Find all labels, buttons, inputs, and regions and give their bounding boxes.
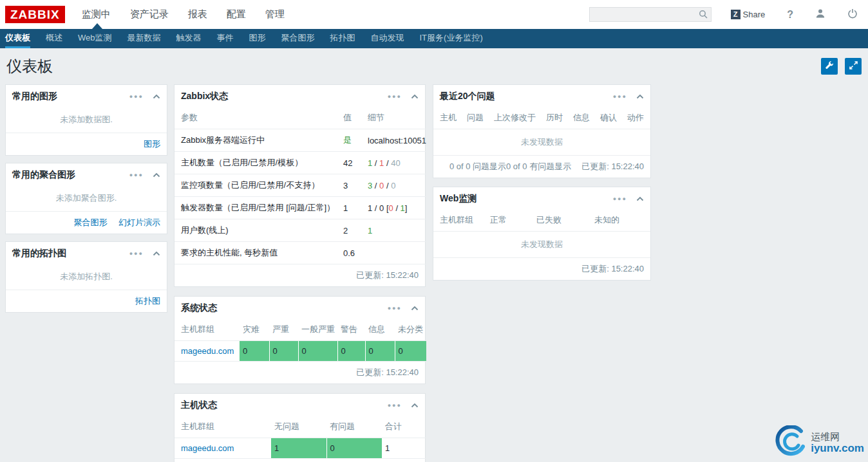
search-box xyxy=(589,7,712,22)
table-row: 触发器数量（已启用/已禁用 [问题/正常]） 1 1 / 0 [0 / 1] xyxy=(175,197,426,219)
link-screens[interactable]: 聚合图形 xyxy=(73,217,107,227)
collapse-chevron-icon[interactable] xyxy=(153,94,160,99)
power-icon xyxy=(847,8,858,21)
updated-timestamp: 已更新: 15:22:40 xyxy=(356,270,419,280)
collapse-chevron-icon[interactable] xyxy=(411,94,419,99)
nav-item-reports[interactable]: 报表 xyxy=(188,8,207,21)
widget-menu-icon[interactable]: ●●● xyxy=(129,94,144,100)
wrench-icon xyxy=(825,61,834,72)
hosts-with-problems: 0 xyxy=(326,438,382,459)
fullscreen-button[interactable] xyxy=(845,58,862,75)
issues-column-headers: 主机 问题 上次修改于 历时 信息 确认 动作 xyxy=(433,107,650,129)
column-right: 最近20个问题 ●●● 主机 问题 上次修改于 历时 信息 确认 动作 未发现数… xyxy=(433,84,651,281)
widget-favourite-maps: 常用的拓扑图 ●●● 未添加拓扑图. 拓扑图 xyxy=(5,241,167,313)
collapse-chevron-icon[interactable] xyxy=(636,196,644,201)
nav-item-monitoring[interactable]: 监测中 xyxy=(82,8,111,21)
status-details: 1 xyxy=(364,219,426,242)
collapse-chevron-icon[interactable] xyxy=(153,251,160,256)
empty-message: 未添加拓扑图. xyxy=(6,264,167,290)
host-group-link[interactable]: mageedu.com xyxy=(181,346,234,356)
profile-button[interactable] xyxy=(815,8,826,21)
watermark-name: 运维网 xyxy=(811,431,864,442)
widget-title: Web监测 xyxy=(440,193,476,205)
status-details: 1 / 1 / 40 xyxy=(364,152,426,174)
subnav-item-overview[interactable]: 概述 xyxy=(46,29,62,48)
empty-message: 未添加数据图. xyxy=(6,107,167,133)
table-row: mageedu.com 1 0 1 xyxy=(175,438,426,459)
collapse-chevron-icon[interactable] xyxy=(636,94,644,99)
widget-menu-icon[interactable]: ●●● xyxy=(613,94,627,100)
updated-timestamp: 已更新: 15:22:40 xyxy=(581,161,644,172)
subnav-item-events[interactable]: 事件 xyxy=(217,29,234,48)
widget-menu-icon[interactable]: ●●● xyxy=(129,251,144,257)
widget-favourite-screens: 常用的聚合图形 ●●● 未添加聚合图形. 聚合图形 幻灯片演示 xyxy=(5,163,167,234)
nav-item-configuration[interactable]: 配置 xyxy=(227,8,246,21)
widget-title: 常用的聚合图形 xyxy=(12,169,75,181)
collapse-chevron-icon[interactable] xyxy=(153,172,160,178)
link-maps[interactable]: 拓扑图 xyxy=(135,296,160,306)
search-icon[interactable] xyxy=(699,10,708,21)
help-button[interactable]: ? xyxy=(787,9,793,21)
widget-menu-icon[interactable]: ●●● xyxy=(388,94,402,100)
subnav-item-maps[interactable]: 拓扑图 xyxy=(330,29,355,48)
table-row: mageedu.com 0 0 0 0 0 0 xyxy=(175,341,426,362)
widget-title: 最近20个问题 xyxy=(440,91,495,102)
host-status-table: 主机群组 无问题 有问题 合计 mageedu.com 1 0 1 xyxy=(175,416,426,459)
status-value: 3 xyxy=(340,174,364,197)
widget-title: Zabbix状态 xyxy=(181,91,228,102)
subnav-item-dashboard[interactable]: 仪表板 xyxy=(5,29,30,48)
empty-message: 未发现数据 xyxy=(433,232,650,258)
watermark-domain: iyunv.com xyxy=(811,442,864,455)
widget-menu-icon[interactable]: ●●● xyxy=(388,403,402,409)
severity-count-not-classified: 0 xyxy=(395,341,426,362)
title-buttons xyxy=(821,58,862,75)
issues-summary: 0 of 0 问题显示0 of 0 有问题显示 xyxy=(449,161,571,172)
iyunv-watermark: 运维网 iyunv.com xyxy=(774,425,864,461)
widget-system-status: 系统状态 ●●● 主机群组 灾难 严重 一般严重 警告 信息 未分类 xyxy=(174,296,426,384)
subnav-item-graphs[interactable]: 图形 xyxy=(249,29,266,48)
widget-menu-icon[interactable]: ●●● xyxy=(129,172,144,178)
status-value: 0.6 xyxy=(340,242,364,264)
subnav-item-web[interactable]: Web监测 xyxy=(78,29,112,48)
share-button[interactable]: Z Share xyxy=(731,10,766,19)
logout-button[interactable] xyxy=(847,8,858,21)
subnav-item-latest-data[interactable]: 最新数据 xyxy=(127,29,161,48)
col-param: 参数 xyxy=(175,107,340,129)
status-value: 2 xyxy=(340,219,364,242)
link-slideshows[interactable]: 幻灯片演示 xyxy=(118,217,160,227)
column-left: 常用的图形 ●●● 未添加数据图. 图形 常用的聚合图形 ●●● 未添加聚合图形… xyxy=(5,84,167,313)
search-input[interactable] xyxy=(589,7,712,22)
share-z-icon: Z xyxy=(731,10,741,19)
subnav-item-triggers[interactable]: 触发器 xyxy=(176,29,202,48)
widget-menu-icon[interactable]: ●●● xyxy=(613,196,627,202)
subnav-item-discovery[interactable]: 自动发现 xyxy=(371,29,404,48)
collapse-chevron-icon[interactable] xyxy=(411,306,419,311)
zabbix-logo[interactable]: ZABBIX xyxy=(5,6,65,23)
severity-count-disaster: 0 xyxy=(240,341,269,362)
table-row: Zabbix服务器端运行中 是 localhost:10051 xyxy=(175,129,426,152)
widget-title: 主机状态 xyxy=(181,400,217,411)
col-details: 细节 xyxy=(364,107,426,129)
widget-title: 常用的拓扑图 xyxy=(12,248,66,259)
hosts-total: 1 xyxy=(382,438,426,459)
status-details: 3 / 0 / 0 xyxy=(364,174,426,197)
collapse-chevron-icon[interactable] xyxy=(411,403,419,408)
hosts-without-problems: 1 xyxy=(271,438,326,459)
subnav-item-screens[interactable]: 聚合图形 xyxy=(281,29,315,48)
empty-message: 未发现数据 xyxy=(433,129,650,156)
top-header: ZABBIX 监测中 资产记录 报表 配置 管理 Z Share ? xyxy=(0,0,868,29)
nav-item-inventory[interactable]: 资产记录 xyxy=(130,8,169,21)
widget-favourite-graphs: 常用的图形 ●●● 未添加数据图. 图形 xyxy=(5,84,167,156)
widget-menu-icon[interactable]: ●●● xyxy=(388,306,402,311)
status-value: 42 xyxy=(340,152,364,174)
table-row: 用户数(线上) 2 1 xyxy=(175,219,426,242)
nav-item-administration[interactable]: 管理 xyxy=(265,8,285,21)
link-graphs[interactable]: 图形 xyxy=(144,139,160,149)
host-group-link[interactable]: mageedu.com xyxy=(181,443,234,453)
table-header-row: 主机群组 无问题 有问题 合计 xyxy=(175,416,426,438)
col-value: 值 xyxy=(340,107,364,129)
status-param: 用户数(线上) xyxy=(175,219,340,242)
configure-dashboard-button[interactable] xyxy=(821,58,838,75)
status-param: 监控项数量（已启用/已禁用/不支持） xyxy=(175,174,340,197)
subnav-item-it-services[interactable]: IT服务(业务监控) xyxy=(420,29,483,48)
